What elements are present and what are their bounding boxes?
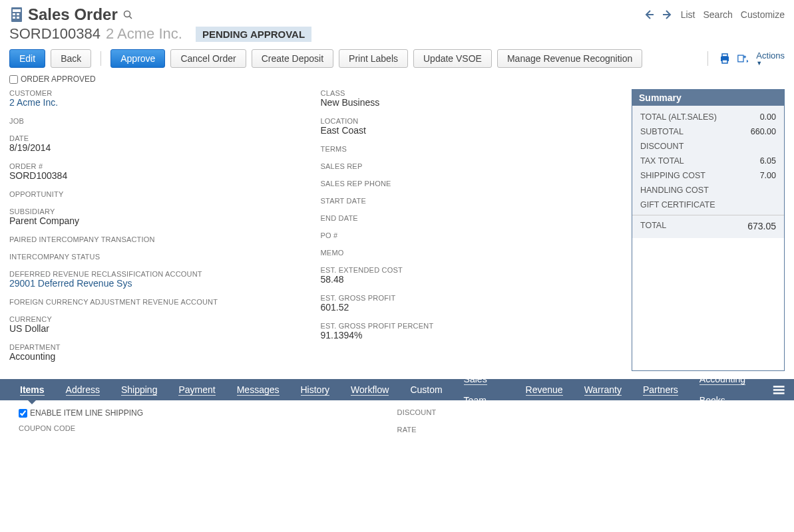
back-arrow-icon[interactable]: [644, 9, 654, 20]
summary-value: 660.00: [751, 127, 776, 136]
new-icon[interactable]: [737, 53, 749, 65]
date-label: DATE: [9, 134, 307, 142]
toplink-list[interactable]: List: [681, 9, 695, 20]
summary-value: 7.00: [760, 171, 776, 180]
status-badge: PENDING APPROVAL: [196, 27, 311, 42]
tab-address[interactable]: Address: [55, 379, 110, 400]
subsidiary-value: Parent Company: [9, 215, 307, 226]
tab-menu-icon[interactable]: [773, 384, 785, 396]
actions-menu[interactable]: Actions ▼: [756, 51, 785, 66]
summary-label: SHIPPING COST: [640, 171, 760, 180]
print-icon[interactable]: [719, 53, 731, 65]
estgrosspct-label: EST. GROSS PROFIT PERCENT: [321, 322, 619, 330]
defrev-value[interactable]: 29001 Deferred Revenue Sys: [9, 278, 307, 289]
ordernum-label: ORDER #: [9, 162, 307, 170]
svg-line-7: [129, 17, 132, 19]
svg-rect-11: [722, 54, 727, 57]
job-label: JOB: [9, 117, 307, 125]
icstatus-label: INTERCOMPANY STATUS: [9, 253, 307, 261]
svg-rect-4: [13, 17, 15, 19]
order-number: SORD100384: [9, 25, 100, 43]
po-label: PO #: [321, 231, 619, 239]
back-button[interactable]: Back: [51, 49, 91, 68]
fxrev-label: FOREIGN CURRENCY ADJUSTMENT REVENUE ACCO…: [9, 298, 307, 306]
summary-label: SUBTOTAL: [640, 127, 751, 136]
coupon-label: COUPON CODE: [19, 424, 397, 432]
tab-payment[interactable]: Payment: [168, 379, 226, 400]
svg-rect-5: [17, 17, 19, 19]
order-approved-checkbox[interactable]: [9, 75, 18, 84]
tab-warranty[interactable]: Warranty: [574, 379, 632, 400]
tab-revenue[interactable]: Revenue: [515, 379, 574, 400]
search-icon[interactable]: [123, 10, 132, 19]
tab-salesteam[interactable]: Sales Team: [453, 368, 515, 411]
department-value: Accounting: [9, 351, 307, 362]
summary-label: TAX TOTAL: [640, 156, 760, 166]
separator: [100, 51, 101, 66]
svg-rect-17: [773, 389, 784, 391]
summary-value: 0.00: [760, 112, 776, 122]
order-approved-label: ORDER APPROVED: [21, 74, 96, 84]
customer-value[interactable]: 2 Acme Inc.: [9, 97, 307, 108]
tab-workflow[interactable]: Workflow: [340, 379, 399, 400]
subsidiary-label: SUBSIDIARY: [9, 207, 307, 215]
svg-rect-3: [17, 13, 19, 15]
department-label: DEPARTMENT: [9, 343, 307, 351]
enddate-label: END DATE: [321, 214, 619, 222]
tab-shipping[interactable]: Shipping: [110, 379, 168, 400]
svg-rect-12: [722, 60, 727, 63]
currency-label: CURRENCY: [9, 315, 307, 323]
estcost-label: EST. EXTENDED COST: [321, 266, 619, 274]
toplink-search[interactable]: Search: [703, 9, 733, 20]
summary-total-value: 673.05: [747, 221, 776, 231]
opportunity-label: OPPORTUNITY: [9, 190, 307, 198]
memo-label: MEMO: [321, 249, 619, 257]
currency-value: US Dollar: [9, 323, 307, 334]
date-value: 8/19/2014: [9, 142, 307, 153]
salesrepphone-label: SALES REP PHONE: [321, 180, 619, 188]
customer-label: CUSTOMER: [9, 89, 307, 97]
salesrep-label: SALES REP: [321, 162, 619, 170]
rate-label: RATE: [397, 426, 776, 434]
enable-line-shipping-checkbox[interactable]: [19, 409, 27, 418]
update-vsoe-button[interactable]: Update VSOE: [413, 49, 492, 68]
summary-header: Summary: [632, 90, 784, 106]
approve-button[interactable]: Approve: [110, 49, 165, 68]
manage-rev-button[interactable]: Manage Revenue Recognition: [497, 49, 642, 68]
summary-label: HANDLING COST: [640, 186, 776, 195]
print-labels-button[interactable]: Print Labels: [339, 49, 408, 68]
tab-messages[interactable]: Messages: [226, 379, 290, 400]
estgross-value: 601.52: [321, 302, 619, 313]
summary-value: 6.05: [760, 156, 776, 166]
page-title: Sales Order: [28, 5, 118, 24]
tab-accountingbooks[interactable]: Accounting Books: [689, 368, 773, 411]
sales-order-icon: [9, 6, 24, 23]
location-label: LOCATION: [321, 117, 619, 125]
toplink-customize[interactable]: Customize: [741, 9, 785, 20]
estgrosspct-value: 91.1394%: [321, 330, 619, 340]
summary-box: Summary TOTAL (ALT.SALES)0.00 SUBTOTAL66…: [632, 89, 785, 371]
edit-button[interactable]: Edit: [9, 49, 45, 68]
tab-history[interactable]: History: [290, 379, 341, 400]
estcost-value: 58.48: [321, 274, 619, 285]
paired-label: PAIRED INTERCOMPANY TRANSACTION: [9, 235, 307, 243]
svg-rect-1: [13, 9, 21, 12]
tab-partners[interactable]: Partners: [632, 379, 689, 400]
customer-name-display: 2 Acme Inc.: [106, 25, 182, 43]
enable-line-shipping-label: ENABLE ITEM LINE SHIPPING: [30, 408, 143, 418]
cancel-order-button[interactable]: Cancel Order: [170, 49, 246, 68]
forward-arrow-icon[interactable]: [662, 9, 673, 20]
class-value: New Business: [321, 97, 619, 108]
svg-point-6: [124, 11, 130, 17]
summary-label: GIFT CERTIFICATE: [640, 200, 776, 209]
estgross-label: EST. GROSS PROFIT: [321, 294, 619, 302]
svg-rect-13: [738, 55, 743, 62]
create-deposit-button[interactable]: Create Deposit: [252, 49, 333, 68]
summary-label: TOTAL (ALT.SALES): [640, 112, 760, 122]
tab-items[interactable]: Items: [9, 379, 55, 400]
svg-rect-2: [13, 13, 15, 15]
svg-rect-18: [773, 392, 784, 394]
terms-label: TERMS: [321, 145, 619, 153]
tab-custom[interactable]: Custom: [399, 379, 453, 400]
svg-rect-16: [773, 386, 784, 388]
